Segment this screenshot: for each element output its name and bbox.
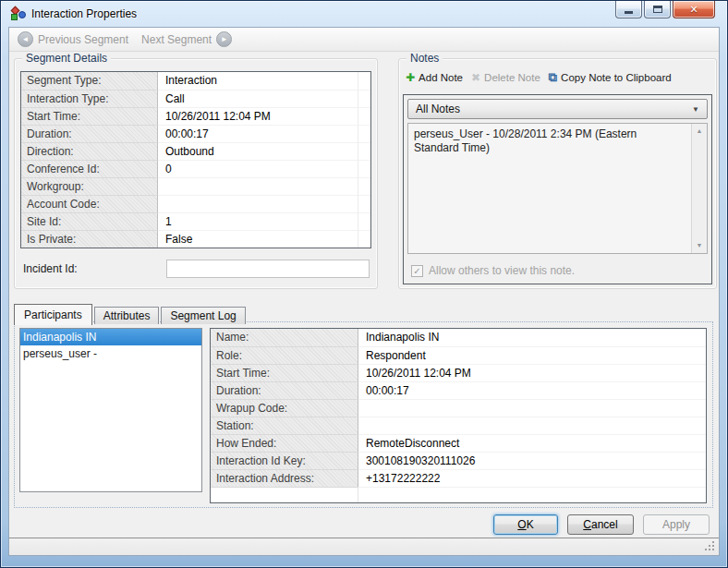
participant-details-table: Name:Indianapolis IN Role:Respondent Sta… xyxy=(210,328,707,503)
delete-note-icon: ✖ xyxy=(471,71,480,84)
segment-details-group: Segment Details Segment Type:Interaction… xyxy=(14,58,378,289)
row-label: Interaction Id Key: xyxy=(211,452,358,469)
row-value xyxy=(358,399,706,417)
app-icon xyxy=(11,6,26,21)
notes-group: Notes ✚ Add Note ✖ Delete Note ⧉ Copy No… xyxy=(398,58,717,289)
row-label: Duration: xyxy=(21,125,158,142)
row-value: Interaction xyxy=(158,72,358,90)
row-value: 10/26/2011 12:04 PM xyxy=(158,107,358,125)
interaction-properties-dialog: Interaction Properties ✕ ◄ Previous Segm… xyxy=(0,0,728,568)
minimize-icon xyxy=(625,11,633,14)
cancel-button[interactable]: Cancel xyxy=(567,514,634,535)
row-label: Start Time: xyxy=(21,107,158,125)
incident-id-row: Incident Id: xyxy=(23,260,371,278)
table-row: Wrapup Code: xyxy=(211,399,706,417)
apply-button[interactable]: Apply xyxy=(643,514,710,535)
table-row: Segment Type:Interaction xyxy=(21,72,370,90)
notes-toolbar: ✚ Add Note ✖ Delete Note ⧉ Copy Note to … xyxy=(406,68,714,87)
chevron-down-icon: ▼ xyxy=(692,105,699,114)
participants-list: Indianapolis IN perseus_user - xyxy=(19,328,202,492)
notes-filter-dropdown[interactable]: All Notes ▼ xyxy=(407,99,708,119)
row-value: 0 xyxy=(158,160,358,177)
table-row: Workgroup: xyxy=(21,177,370,195)
close-icon: ✕ xyxy=(689,4,698,16)
row-value: 00:00:17 xyxy=(358,381,706,399)
list-item[interactable]: Indianapolis IN xyxy=(20,329,201,345)
row-label: Duration: xyxy=(211,381,358,399)
table-row: Duration:00:00:17 xyxy=(21,125,370,142)
participants-tab-page: Indianapolis IN perseus_user - Name:Indi… xyxy=(14,321,713,508)
copy-note-button[interactable]: ⧉ Copy Note to Clipboard xyxy=(549,70,672,85)
segment-details-title: Segment Details xyxy=(22,52,111,65)
row-label: Account Code: xyxy=(21,195,158,212)
row-label: Direction: xyxy=(21,142,158,160)
status-bar xyxy=(9,538,719,555)
next-segment-label: Next Segment xyxy=(141,33,212,46)
copy-note-icon: ⧉ xyxy=(549,70,557,85)
tab-strip: Participants Attributes Segment Log xyxy=(14,303,248,324)
row-value: Outbound xyxy=(158,142,358,160)
add-note-icon: ✚ xyxy=(406,71,415,84)
notes-panel: All Notes ▼ perseus_User - 10/28/2011 2:… xyxy=(403,94,712,284)
table-row: Start Time:10/26/2011 12:04 PM xyxy=(21,107,370,125)
resize-grip-icon[interactable] xyxy=(705,541,716,552)
row-label: Interaction Type: xyxy=(21,90,158,107)
allow-others-checkbox-row: ✓ Allow others to view this note. xyxy=(411,264,575,277)
scroll-up-icon[interactable]: ▲ xyxy=(692,124,707,139)
row-label: Segment Type: xyxy=(21,72,158,90)
window-title: Interaction Properties xyxy=(31,7,137,20)
row-value xyxy=(358,417,706,434)
table-row: Site Id:1 xyxy=(21,212,370,230)
notes-title: Notes xyxy=(406,52,443,65)
ok-button[interactable]: OK xyxy=(493,514,558,535)
table-row: Account Code: xyxy=(21,195,370,212)
tab-attributes[interactable]: Attributes xyxy=(94,307,160,324)
incident-id-input[interactable] xyxy=(166,260,370,278)
row-value xyxy=(158,195,358,212)
segment-nav-toolbar: ◄ Previous Segment Next Segment ► xyxy=(9,28,719,52)
table-row: How Ended:RemoteDisconnect xyxy=(211,434,706,452)
row-value: RemoteDisconnect xyxy=(358,434,706,452)
maximize-button[interactable] xyxy=(644,1,671,18)
segment-details-table: Segment Type:Interaction Interaction Typ… xyxy=(20,71,371,248)
incident-id-label: Incident Id: xyxy=(23,262,78,275)
add-note-button[interactable]: ✚ Add Note xyxy=(406,71,463,84)
close-button[interactable]: ✕ xyxy=(673,1,715,18)
next-arrow-icon: ► xyxy=(216,31,232,47)
list-item[interactable]: perseus_user - xyxy=(20,345,201,362)
tab-participants[interactable]: Participants xyxy=(14,304,92,325)
next-segment-button[interactable]: Next Segment ► xyxy=(141,31,232,47)
dialog-client-area: ◄ Previous Segment Next Segment ► Segmen… xyxy=(8,27,720,556)
table-row: Name:Indianapolis IN xyxy=(211,329,706,346)
row-value xyxy=(158,177,358,195)
table-row: Conference Id:0 xyxy=(21,160,370,177)
row-label: Site Id: xyxy=(21,212,158,230)
note-text: perseus_User - 10/28/2011 2:34 PM (Easte… xyxy=(414,127,685,155)
row-value: 300108190320111026 xyxy=(358,452,706,469)
table-row: Interaction Type:Call xyxy=(21,90,370,107)
delete-note-button[interactable]: ✖ Delete Note xyxy=(471,71,540,84)
row-label: Name: xyxy=(211,329,358,346)
row-value: +13172222222 xyxy=(358,469,706,487)
previous-arrow-icon: ◄ xyxy=(18,31,33,47)
row-label: Interaction Address: xyxy=(211,469,358,487)
tab-segment-log[interactable]: Segment Log xyxy=(161,307,245,324)
minimize-button[interactable] xyxy=(615,1,642,18)
row-label: Workgroup: xyxy=(21,177,158,195)
row-value: 00:00:17 xyxy=(158,125,358,142)
row-label: Conference Id: xyxy=(21,160,158,177)
notes-scrollbar[interactable]: ▲ ▼ xyxy=(691,124,707,253)
allow-others-checkbox[interactable]: ✓ xyxy=(411,265,423,277)
titlebar[interactable]: Interaction Properties ✕ xyxy=(1,1,727,27)
row-label: Station: xyxy=(211,417,358,434)
note-text-area[interactable]: perseus_User - 10/28/2011 2:34 PM (Easte… xyxy=(407,123,708,254)
row-value: Respondent xyxy=(358,346,706,364)
table-row: Duration:00:00:17 xyxy=(211,381,706,399)
scroll-down-icon[interactable]: ▼ xyxy=(692,238,707,253)
table-row: Direction:Outbound xyxy=(21,142,370,160)
row-label: Role: xyxy=(211,346,358,364)
row-value: 1 xyxy=(158,212,358,230)
row-value: False xyxy=(158,230,358,248)
previous-segment-button[interactable]: ◄ Previous Segment xyxy=(18,31,128,47)
row-label: Is Private: xyxy=(21,230,158,248)
